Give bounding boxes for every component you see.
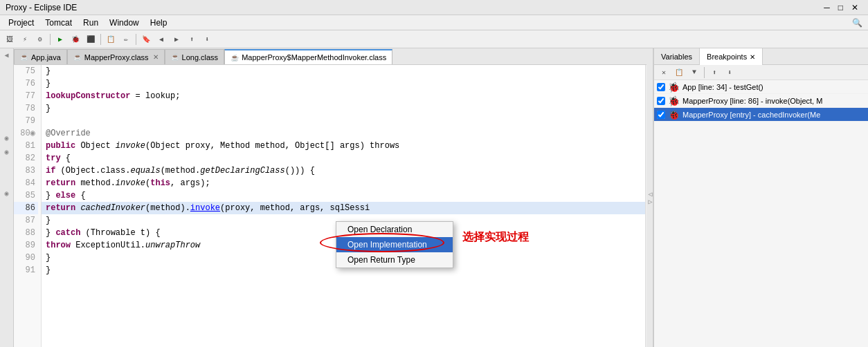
marker-14 (0, 228, 13, 242)
debug-btn-4[interactable]: ⬆ (707, 66, 721, 79)
window-maximize[interactable]: □ (834, 3, 847, 12)
marker-2 (0, 62, 13, 76)
toolbar-debug[interactable]: 🐞 (69, 32, 82, 46)
debug-checkbox-2[interactable] (657, 97, 665, 105)
ln-87: 87 (14, 214, 38, 227)
right-tab-variables[interactable]: Variables (654, 48, 700, 65)
debug-item-2[interactable]: 🐞 MapperProxy [line: 86] - invoke(Object… (654, 94, 868, 108)
code-line-83: if (Object.class.equals(method.getDeclar… (42, 165, 645, 177)
ctx-open-return-type[interactable]: Open Return Type (336, 252, 453, 268)
ln-79: 79 (14, 115, 38, 127)
toolbar: 🖼 ⚡ ⚙ ▶ 🐞 ⬛ 📋 ✏ 🔖 ◀ ▶ ⬆ ⬇ (0, 30, 868, 48)
ln-89: 89 (14, 239, 38, 252)
debug-btn-5[interactable]: ⬇ (723, 66, 736, 79)
tab-mapperpoxy-label: MapperProxy.class (84, 53, 149, 62)
code-line-79 (42, 115, 645, 127)
toolbar-sep-2 (100, 34, 101, 45)
tab-invoker[interactable]: ☕ MapperProxy$MapperMethodInvoker.class (224, 49, 392, 64)
debug-item-1[interactable]: 🐞 App [line: 34] - testGet() (654, 80, 868, 94)
title-bar: Proxy - Eclipse IDE ─ □ ✕ (0, 0, 868, 15)
ln-77: 77 (14, 90, 38, 102)
debug-items-list: 🐞 App [line: 34] - testGet() 🐞 MapperPro… (654, 80, 868, 347)
menu-run[interactable]: Run (78, 17, 104, 29)
debug-item-label-3: MapperProxy [entry] - cachedInvoker(Me (682, 111, 820, 119)
debug-btn-2[interactable]: 📋 (672, 66, 686, 79)
debug-sep-1 (704, 67, 705, 78)
window-minimize[interactable]: ─ (820, 3, 834, 12)
ctx-open-return-type-label: Open Return Type (347, 255, 415, 265)
ln-78: 78 (14, 102, 38, 115)
toolbar-sep-1 (50, 34, 51, 45)
tab-long[interactable]: ☕ Long.class (165, 49, 225, 64)
code-line-81: public Object invoke(Object proxy, Metho… (42, 140, 645, 152)
right-panel: ◁▷ Variables Breakpoints ✕ ✕ 📋 ▼ ⬆ ⬇ 🐞 A… (653, 48, 868, 347)
ln-84: 84 (14, 177, 38, 189)
right-tab-breakpoints[interactable]: Breakpoints ✕ (700, 48, 763, 65)
tab-invoker-icon: ☕ (230, 54, 239, 62)
code-area[interactable]: } } lookupConstructor = lookup; } (42, 65, 645, 347)
search-icon[interactable]: 🔍 (849, 18, 865, 28)
code-line-76: } (42, 77, 645, 90)
marker-5 (0, 104, 13, 118)
toolbar-btn-6[interactable]: ✏ (119, 32, 133, 46)
ln-86: 86 (14, 202, 38, 214)
tab-mapperpoxy-close[interactable]: ✕ (153, 53, 159, 61)
tab-long-icon: ☕ (171, 53, 179, 61)
code-line-80: @Override (42, 127, 645, 140)
marker-7: ◉ (0, 131, 13, 145)
line-numbers: 75 76 77 78 79 80◉ 81 82 83 84 85 86 87 … (14, 65, 42, 347)
code-line-77: lookupConstructor = lookup; (42, 90, 645, 102)
toolbar-btn-9[interactable]: ▶ (170, 32, 183, 46)
menu-bar: Project Tomcat Run Window Help 🔍 (0, 15, 868, 30)
code-line-82: try { (42, 152, 645, 165)
debug-item-dot-2: 🐞 (668, 95, 680, 106)
marker-16 (0, 256, 13, 270)
toolbar-btn-1[interactable]: 🖼 (3, 32, 17, 46)
debug-checkbox-3[interactable] (657, 111, 665, 119)
toolbar-btn-10[interactable]: ⬆ (185, 32, 199, 46)
code-line-78: } (42, 102, 645, 115)
collapse-handle[interactable]: ◁▷ (647, 48, 653, 347)
ln-82: 82 (14, 152, 38, 165)
debug-checkbox-1[interactable] (657, 83, 665, 91)
menu-help[interactable]: Help (145, 17, 173, 29)
main-area: ◀ ◉ ◉ ◉ ☕ App.java ☕ MapperProxy.class ✕ (0, 48, 868, 347)
toolbar-btn-8[interactable]: ◀ (154, 32, 168, 46)
right-tab-breakpoints-close[interactable]: ✕ (750, 53, 755, 61)
ln-80: 80◉ (14, 127, 38, 140)
ctx-open-implementation[interactable]: Open Implementation (336, 237, 453, 252)
ln-88: 88 (14, 227, 38, 239)
toolbar-btn-11[interactable]: ⬇ (200, 32, 214, 46)
toolbar-stop[interactable]: ⬛ (84, 32, 98, 46)
debug-item-dot-3: 🐞 (668, 109, 680, 120)
code-line-75: } (42, 65, 645, 77)
ln-75: 75 (14, 65, 38, 77)
debug-btn-1[interactable]: ✕ (657, 66, 671, 79)
code-line-84: return method.invoke(this, args); (42, 177, 645, 189)
menu-window[interactable]: Window (104, 17, 145, 29)
code-line-85: } else { (42, 189, 645, 202)
menu-tomcat[interactable]: Tomcat (39, 17, 78, 29)
toolbar-btn-3[interactable]: ⚙ (33, 32, 47, 46)
toolbar-btn-2[interactable]: ⚡ (18, 32, 32, 46)
window-close[interactable]: ✕ (847, 3, 862, 12)
debug-item-3[interactable]: 🐞 MapperProxy [entry] - cachedInvoker(Me (654, 108, 868, 122)
debug-btn-3[interactable]: ▼ (687, 66, 701, 79)
toolbar-run[interactable]: ▶ (53, 32, 67, 46)
title-text: Proxy - Eclipse IDE (6, 3, 77, 12)
tab-app-java[interactable]: ☕ App.java (14, 49, 67, 64)
tab-bar: ☕ App.java ☕ MapperProxy.class ✕ ☕ Long.… (14, 48, 653, 65)
toolbar-btn-7[interactable]: 🔖 (139, 32, 153, 46)
right-tab-variables-label: Variables (661, 53, 692, 61)
ctx-open-declaration[interactable]: Open Declaration (336, 222, 453, 237)
menu-project[interactable]: Project (3, 17, 39, 29)
toolbar-btn-5[interactable]: 📋 (104, 32, 118, 46)
left-markers: ◀ ◉ ◉ ◉ (0, 48, 14, 347)
editor-content[interactable]: 75 76 77 78 79 80◉ 81 82 83 84 85 86 87 … (14, 65, 653, 347)
tab-mapperpoxy[interactable]: ☕ MapperProxy.class ✕ (67, 49, 165, 64)
tab-invoker-label: MapperProxy$MapperMethodInvoker.class (242, 53, 386, 62)
tab-long-label: Long.class (182, 53, 219, 62)
ln-81: 81 (14, 140, 38, 152)
ln-83: 83 (14, 165, 38, 177)
debug-item-label-2: MapperProxy [line: 86] - invoke(Object, … (682, 97, 822, 105)
